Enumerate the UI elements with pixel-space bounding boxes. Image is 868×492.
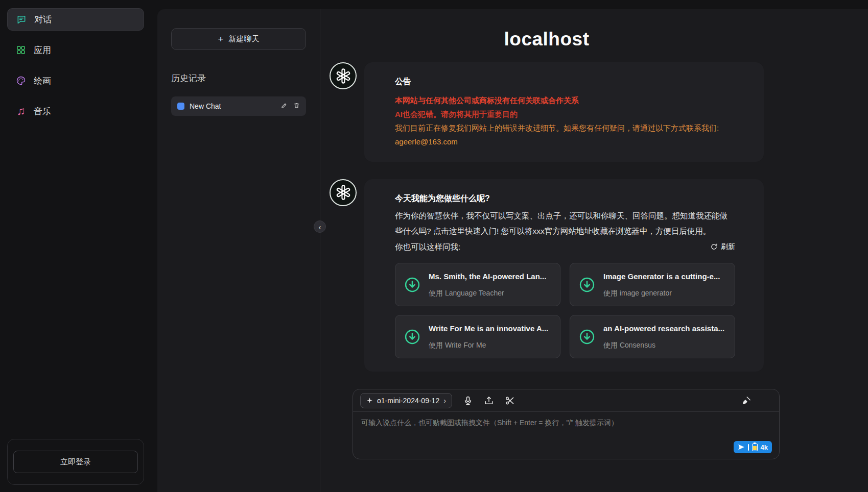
composer: o1-mini-2024-09-12 › — [353, 389, 780, 459]
content-panel: + 新建聊天 历史记录 New Chat — [157, 9, 868, 492]
download-circle-icon — [578, 276, 596, 294]
chevron-right-icon: › — [443, 396, 446, 405]
sidebar-item-paint[interactable]: 绘画 — [7, 69, 144, 92]
openai-logo-icon — [335, 184, 352, 201]
suggestion-title: Write For Me is an innovative A... — [429, 322, 548, 335]
assistant-avatar — [330, 62, 357, 89]
sidebar-item-chat[interactable]: 对话 — [7, 8, 144, 31]
suggestion-subtitle: 使用 Write For Me — [429, 339, 548, 352]
chat-main: localhost 公告 本网站与任何其他公司或商标没有任何关联或合作关系 — [320, 9, 868, 492]
chat-input[interactable] — [353, 412, 779, 459]
announcement-bubble: 公告 本网站与任何其他公司或商标没有任何关联或合作关系 AI也会犯错。请勿将其用… — [364, 62, 764, 162]
sidebar-item-label: 音乐 — [34, 106, 51, 117]
refresh-label: 刷新 — [721, 240, 735, 253]
send-button[interactable]: 4k — [734, 441, 772, 453]
suggestion-card[interactable]: Image Generator is a cutting-e... 使用 ima… — [570, 263, 735, 306]
sidebar-item-music[interactable]: ♫ 音乐 — [7, 100, 144, 122]
download-circle-icon — [578, 328, 596, 346]
welcome-body: 作为你的智慧伙伴，我不仅可以写文案、出点子，还可以和你聊天、回答问题。想知道我还… — [395, 208, 735, 239]
sparkle-icon — [366, 397, 373, 404]
collapse-sidebar-button[interactable]: ‹ — [314, 220, 326, 233]
suggestion-card[interactable]: an AI-powered research assista... 使用 Con… — [570, 315, 735, 358]
suggestion-title: an AI-powered research assista... — [603, 322, 724, 335]
music-note-icon: ♫ — [15, 106, 27, 117]
suggestion-subtitle: 使用 image generator — [603, 287, 720, 300]
token-battery-icon — [752, 444, 758, 451]
sidebar-item-label: 绘画 — [34, 75, 51, 87]
ask-hint-text: 你也可以这样问我: — [395, 240, 460, 254]
palette-icon — [15, 75, 27, 86]
new-chat-label: 新建聊天 — [229, 34, 260, 44]
history-title: 历史记录 — [171, 72, 306, 84]
suggestion-subtitle: 使用 Consensus — [603, 339, 724, 352]
edit-icon[interactable] — [281, 102, 288, 111]
announcement-title: 公告 — [395, 75, 735, 89]
chat-bubble-icon — [16, 14, 27, 25]
suggestion-text: Ms. Smith, the AI-powered Lan... 使用 Lang… — [429, 269, 546, 300]
refresh-icon — [710, 243, 718, 251]
refresh-suggestions-button[interactable]: 刷新 — [710, 240, 735, 253]
message-row-announcement: 公告 本网站与任何其他公司或商标没有任何关联或合作关系 AI也会犯错。请勿将其用… — [330, 62, 764, 162]
suggestion-text: an AI-powered research assista... 使用 Con… — [603, 322, 724, 352]
page-title: localhost — [330, 29, 764, 50]
suggestion-card[interactable]: Write For Me is an innovative A... 使用 Wr… — [395, 315, 560, 358]
model-name: o1-mini-2024-09-12 — [377, 397, 439, 405]
composer-toolbar: o1-mini-2024-09-12 › — [353, 389, 779, 412]
suggestion-grid: Ms. Smith, the AI-powered Lan... 使用 Lang… — [395, 263, 735, 358]
suggestion-title: Image Generator is a cutting-e... — [603, 269, 720, 283]
login-box: 立即登录 — [7, 439, 144, 485]
microphone-icon[interactable] — [462, 395, 473, 406]
delete-icon[interactable] — [293, 102, 300, 111]
upload-icon[interactable] — [483, 395, 494, 406]
chevron-left-icon: ‹ — [319, 223, 321, 231]
suggestion-subtitle: 使用 Language Teacher — [429, 287, 546, 300]
suggestion-text: Write For Me is an innovative A... 使用 Wr… — [429, 322, 548, 352]
send-plane-icon — [738, 444, 745, 451]
message-row-welcome: 今天我能为您做些什么呢? 作为你的智慧伙伴，我不仅可以写文案、出点子，还可以和你… — [330, 179, 764, 372]
chat-list-column: + 新建聊天 历史记录 New Chat — [157, 9, 320, 492]
model-selector-button[interactable]: o1-mini-2024-09-12 › — [360, 393, 452, 408]
new-chat-button[interactable]: + 新建聊天 — [171, 28, 306, 50]
suggestion-card[interactable]: Ms. Smith, the AI-powered Lan... 使用 Lang… — [395, 263, 560, 306]
announcement-line-2: AI也会犯错。请勿将其用于重要目的 — [395, 107, 735, 121]
token-count: 4k — [761, 444, 768, 451]
assistant-avatar — [330, 179, 357, 206]
history-item-title: New Chat — [190, 102, 221, 110]
sidebar: 对话 应用 绘画 ♫ — [0, 0, 151, 492]
welcome-title: 今天我能为您做些什么呢? — [395, 191, 735, 206]
plus-icon: + — [218, 34, 223, 45]
welcome-bubble: 今天我能为您做些什么呢? 作为你的智慧伙伴，我不仅可以写文案、出点子，还可以和你… — [364, 179, 764, 372]
badge-divider — [748, 444, 749, 451]
clear-chat-broom-icon[interactable] — [741, 395, 752, 406]
suggestion-title: Ms. Smith, the AI-powered Lan... — [429, 269, 546, 283]
download-circle-icon — [403, 328, 421, 346]
suggestion-text: Image Generator is a cutting-e... 使用 ima… — [603, 269, 720, 300]
announcement-line-3: 我们目前正在修复我们网站上的错误并改进细节。如果您有任何疑问，请通过以下方式联系… — [395, 121, 735, 135]
chat-color-dot — [177, 103, 184, 110]
app-window: 对话 应用 绘画 ♫ — [0, 0, 868, 492]
sidebar-item-apps[interactable]: 应用 — [7, 39, 144, 61]
scissors-icon[interactable] — [504, 395, 515, 406]
history-item-actions — [281, 102, 300, 111]
openai-logo-icon — [335, 67, 352, 85]
announcement-line-1: 本网站与任何其他公司或商标没有任何关联或合作关系 — [395, 93, 735, 107]
sidebar-item-label: 应用 — [34, 44, 51, 56]
history-list-item[interactable]: New Chat — [171, 96, 306, 116]
sidebar-item-label: 对话 — [34, 14, 52, 26]
ask-hint-row: 你也可以这样问我: 刷新 — [395, 240, 735, 254]
download-circle-icon — [403, 276, 421, 294]
login-button[interactable]: 立即登录 — [13, 451, 138, 473]
contact-email-link[interactable]: ageerle@163.com — [395, 135, 735, 149]
apps-grid-icon — [15, 44, 27, 56]
